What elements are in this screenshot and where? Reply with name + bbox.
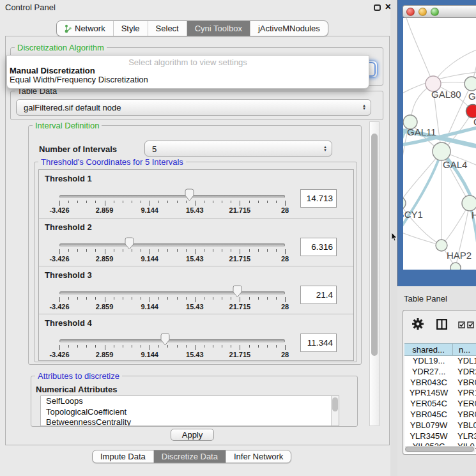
table-row[interactable]: YPR145WYPR1...	[404, 388, 476, 399]
table-data-combobox[interactable]: galFiltered.sif default node ▲▼	[16, 99, 371, 116]
table-cell: YDL19...	[404, 356, 453, 367]
panel-title: Control Panel	[5, 3, 56, 12]
network-node-hap2[interactable]	[436, 240, 447, 251]
threshold-slider[interactable]: -3.4262.8599.14415.4321.71528	[59, 170, 285, 218]
group-title: Attributes to discretize	[35, 371, 122, 381]
table-cell: YER054C	[404, 399, 453, 410]
group-title: Discretization Algorithm	[15, 43, 107, 52]
minimize-traffic-light-icon[interactable]	[418, 8, 427, 16]
slider-handle[interactable]	[233, 285, 242, 298]
slider-tick-labels: -3.4262.8599.14415.4321.71528	[59, 255, 285, 263]
table-cell: YPR1...	[453, 388, 476, 399]
checkbox-checked-icon[interactable]	[458, 321, 465, 328]
algorithm-option-manual-discretization[interactable]: Manual Discretization	[10, 66, 366, 75]
column-header[interactable]: shared...	[404, 344, 453, 355]
attribute-item-betweennesscentrality[interactable]: BetweennessCentrality	[41, 417, 339, 426]
tab-cyni-toolbox[interactable]: Cyni Toolbox	[187, 21, 250, 36]
attribute-item-topologicalcoefficient[interactable]: TopologicalCoefficient	[41, 407, 339, 418]
num-intervals-combobox[interactable]: 5 ▲▼	[144, 141, 332, 157]
network-node-g[interactable]	[464, 77, 476, 91]
table-row[interactable]: YLR345WYLR3...	[404, 431, 476, 442]
slider-track[interactable]	[59, 339, 285, 342]
close-traffic-light-icon[interactable]	[406, 8, 415, 16]
tab-label: Infer Network	[234, 452, 283, 461]
tick-label: -3.426	[49, 351, 69, 358]
attributes-scrollbar[interactable]	[331, 396, 339, 426]
tab-jactivemnodules[interactable]: jActiveMNodules	[250, 21, 328, 36]
slider-track[interactable]	[59, 243, 285, 247]
threshold-value-field[interactable]: 11.344	[300, 334, 337, 352]
tab-label: jActiveMNodules	[258, 24, 320, 33]
tab-label: Cyni Toolbox	[195, 24, 242, 33]
table-row[interactable]: YBR045CYBR0...	[404, 410, 476, 420]
node-label: G	[468, 91, 476, 102]
scrollbar-thumb[interactable]	[371, 134, 378, 356]
slider-track[interactable]	[59, 291, 285, 295]
split-columns-icon[interactable]	[436, 319, 447, 330]
network-node-gal4[interactable]	[433, 142, 450, 160]
group-title: Interval Definition	[33, 121, 102, 130]
control-panel-window: Control Panel ✕ NetworkStyleSelectCyni T…	[0, 0, 395, 476]
popup-item-list: Manual DiscretizationEqual Width/Frequen…	[10, 66, 366, 84]
numerical-attributes-list[interactable]: SelfLoopsTopologicalCoefficientBetweenne…	[40, 395, 339, 426]
table-cell: YLR3...	[453, 431, 476, 442]
table-row[interactable]: YER054CYER0...	[404, 399, 476, 410]
tick-label: -3.426	[49, 255, 69, 263]
tab-network[interactable]: Network	[57, 21, 113, 36]
tick-label: 9.144	[141, 206, 158, 214]
tick-label: 21.715	[229, 303, 251, 311]
apply-button[interactable]: Apply	[171, 429, 214, 441]
slider-ticks	[59, 345, 285, 351]
slider-handle[interactable]	[125, 237, 134, 250]
tab-discretize-data[interactable]: Discretize Data	[153, 450, 226, 463]
table-horizontal-scrollbar[interactable]	[405, 446, 475, 452]
table-cell: YBL0...	[453, 420, 476, 431]
table-cell: YBR0...	[453, 378, 476, 388]
float-window-icon[interactable]	[374, 4, 381, 11]
table-row[interactable]: YDR27...YDR2...	[404, 367, 476, 378]
table-row[interactable]: YDL19...YDL1...	[404, 356, 476, 367]
table-row[interactable]: YBR043CYBR0...	[404, 378, 476, 388]
slider-handle[interactable]	[185, 188, 194, 201]
network-node-h[interactable]	[462, 196, 476, 211]
threshold-slider[interactable]: -3.4262.8599.14415.4321.71528	[59, 219, 285, 266]
threshold-slider[interactable]: -3.4262.8599.14415.4321.71528	[59, 314, 285, 362]
tab-label: Select	[156, 24, 179, 33]
tab-infer-network[interactable]: Infer Network	[226, 450, 291, 463]
scrollbar-thumb[interactable]	[405, 447, 474, 452]
table-cell: YDR2...	[453, 367, 476, 378]
column-header[interactable]: n...	[453, 344, 476, 355]
attributes-group: Attributes to discretize Numerical Attri…	[31, 376, 358, 427]
scrollbar-thumb[interactable]	[332, 397, 338, 411]
network-icon	[65, 24, 72, 33]
threshold-value-field[interactable]: 14.713	[300, 189, 337, 208]
network-canvas[interactable]: GAL80GCGAL11GAL4GCY1HHAP2	[403, 18, 476, 270]
attribute-item-selfloops[interactable]: SelfLoops	[41, 396, 339, 407]
tab-impute-data[interactable]: Impute Data	[93, 450, 153, 463]
group-title: Threshold's Coordinates for 5 Intervals	[38, 157, 186, 167]
table-cell: YBL079W	[404, 420, 453, 431]
checkbox-checked-icon[interactable]	[467, 321, 474, 328]
slider-ticks	[59, 249, 285, 255]
tab-select[interactable]: Select	[148, 21, 187, 36]
threshold-slider[interactable]: -3.4262.8599.14415.4321.71528	[59, 266, 285, 314]
zoom-traffic-light-icon[interactable]	[431, 8, 439, 16]
algorithm-option-equal-width-frequency-discretization[interactable]: Equal Width/Frequency Discretization	[10, 75, 366, 84]
slider-handle[interactable]	[160, 333, 170, 346]
node-label: GAL4	[443, 159, 467, 170]
main-scrollbar[interactable]	[369, 121, 380, 426]
slider-track[interactable]	[59, 195, 285, 198]
tab-style[interactable]: Style	[113, 21, 148, 36]
top-tab-bar: NetworkStyleSelectCyni ToolboxjActiveMNo…	[56, 20, 328, 36]
network-node-gcy1[interactable]	[403, 197, 406, 210]
gear-icon[interactable]	[411, 318, 424, 330]
slider-ticks	[59, 201, 285, 206]
tick-label: 2.859	[96, 351, 114, 358]
algorithm-dropdown-popup: Select algorithm to view settings Manual…	[6, 55, 369, 89]
table-row[interactable]: YBL079WYBL0...	[404, 420, 476, 431]
network-window-titlebar[interactable]	[403, 5, 476, 18]
node-table[interactable]: shared...n... YDL19...YDL1...YDR27...YDR…	[404, 343, 476, 454]
threshold-value-field[interactable]: 6.316	[300, 238, 337, 256]
network-node[interactable]	[450, 263, 461, 270]
threshold-value-field[interactable]: 21.4	[300, 286, 337, 304]
